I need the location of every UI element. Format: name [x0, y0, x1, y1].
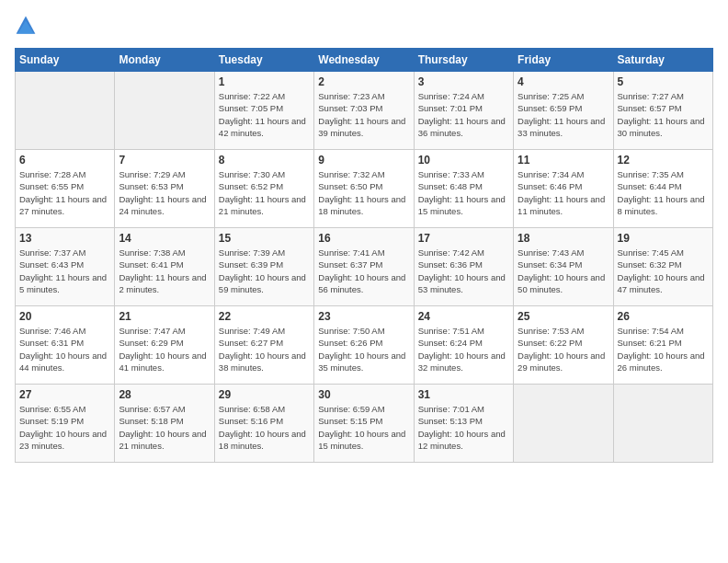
- calendar-cell: 10Sunrise: 7:33 AMSunset: 6:48 PMDayligh…: [414, 150, 513, 228]
- calendar-table: SundayMondayTuesdayWednesdayThursdayFrid…: [15, 48, 713, 463]
- days-header-row: SundayMondayTuesdayWednesdayThursdayFrid…: [16, 49, 713, 72]
- day-header-sunday: Sunday: [16, 49, 115, 72]
- calendar-cell: 4Sunrise: 7:25 AMSunset: 6:59 PMDaylight…: [514, 72, 613, 150]
- calendar-cell: 17Sunrise: 7:42 AMSunset: 6:36 PMDayligh…: [414, 228, 513, 306]
- calendar-cell: 2Sunrise: 7:23 AMSunset: 7:03 PMDaylight…: [314, 72, 414, 150]
- cell-content: Sunrise: 7:39 AMSunset: 6:39 PMDaylight:…: [219, 247, 310, 295]
- cell-content: Sunrise: 7:45 AMSunset: 6:32 PMDaylight:…: [618, 247, 709, 295]
- cell-content: Sunrise: 7:23 AMSunset: 7:03 PMDaylight:…: [318, 90, 409, 139]
- day-number: 16: [318, 232, 409, 245]
- cell-content: Sunrise: 7:49 AMSunset: 6:27 PMDaylight:…: [219, 325, 310, 373]
- cell-content: Sunrise: 7:24 AMSunset: 7:01 PMDaylight:…: [418, 90, 509, 139]
- day-number: 30: [318, 388, 409, 401]
- day-number: 20: [19, 310, 110, 323]
- day-number: 24: [418, 310, 509, 323]
- calendar-cell: 31Sunrise: 7:01 AMSunset: 5:13 PMDayligh…: [414, 385, 513, 463]
- day-header-wednesday: Wednesday: [314, 49, 414, 72]
- day-header-monday: Monday: [115, 49, 214, 72]
- calendar-cell: 18Sunrise: 7:43 AMSunset: 6:34 PMDayligh…: [514, 228, 613, 306]
- day-number: 29: [219, 388, 310, 401]
- cell-content: Sunrise: 7:37 AMSunset: 6:43 PMDaylight:…: [19, 247, 110, 295]
- cell-content: Sunrise: 7:51 AMSunset: 6:24 PMDaylight:…: [418, 325, 509, 373]
- page-header: [15, 15, 713, 37]
- calendar-cell: 29Sunrise: 6:58 AMSunset: 5:16 PMDayligh…: [214, 385, 313, 463]
- cell-content: Sunrise: 7:47 AMSunset: 6:29 PMDaylight:…: [119, 325, 210, 373]
- day-number: 10: [418, 154, 509, 167]
- calendar-cell: 5Sunrise: 7:27 AMSunset: 6:57 PMDaylight…: [613, 72, 712, 150]
- cell-content: Sunrise: 7:25 AMSunset: 6:59 PMDaylight:…: [518, 90, 609, 139]
- day-number: 12: [618, 154, 709, 167]
- week-row-1: 1Sunrise: 7:22 AMSunset: 7:05 PMDaylight…: [16, 72, 713, 150]
- day-number: 14: [119, 232, 210, 245]
- day-number: 3: [418, 75, 509, 88]
- cell-content: Sunrise: 7:53 AMSunset: 6:22 PMDaylight:…: [518, 325, 609, 373]
- cell-content: Sunrise: 7:38 AMSunset: 6:41 PMDaylight:…: [119, 247, 210, 295]
- cell-content: Sunrise: 7:22 AMSunset: 7:05 PMDaylight:…: [219, 90, 310, 139]
- day-number: 31: [418, 388, 509, 401]
- calendar-cell: 21Sunrise: 7:47 AMSunset: 6:29 PMDayligh…: [115, 306, 214, 385]
- cell-content: Sunrise: 7:46 AMSunset: 6:31 PMDaylight:…: [19, 325, 110, 373]
- day-number: 6: [19, 154, 110, 167]
- day-number: 11: [518, 154, 609, 167]
- cell-content: Sunrise: 7:42 AMSunset: 6:36 PMDaylight:…: [418, 247, 509, 295]
- calendar-cell: 20Sunrise: 7:46 AMSunset: 6:31 PMDayligh…: [16, 306, 115, 385]
- calendar-cell: 28Sunrise: 6:57 AMSunset: 5:18 PMDayligh…: [115, 385, 214, 463]
- calendar-cell: [16, 72, 115, 150]
- cell-content: Sunrise: 6:55 AMSunset: 5:19 PMDaylight:…: [19, 403, 110, 452]
- logo: [15, 15, 40, 37]
- cell-content: Sunrise: 7:28 AMSunset: 6:55 PMDaylight:…: [19, 168, 110, 217]
- calendar-cell: 19Sunrise: 7:45 AMSunset: 6:32 PMDayligh…: [613, 228, 712, 306]
- week-row-4: 20Sunrise: 7:46 AMSunset: 6:31 PMDayligh…: [16, 306, 713, 385]
- day-header-thursday: Thursday: [414, 49, 513, 72]
- cell-content: Sunrise: 7:35 AMSunset: 6:44 PMDaylight:…: [618, 168, 709, 217]
- day-header-saturday: Saturday: [613, 49, 712, 72]
- calendar-cell: 25Sunrise: 7:53 AMSunset: 6:22 PMDayligh…: [514, 306, 613, 385]
- calendar-cell: 24Sunrise: 7:51 AMSunset: 6:24 PMDayligh…: [414, 306, 513, 385]
- day-number: 22: [219, 310, 310, 323]
- calendar-cell: 6Sunrise: 7:28 AMSunset: 6:55 PMDaylight…: [16, 150, 115, 228]
- day-number: 19: [618, 232, 709, 245]
- day-number: 5: [618, 75, 709, 88]
- day-number: 2: [318, 75, 409, 88]
- cell-content: Sunrise: 7:32 AMSunset: 6:50 PMDaylight:…: [318, 168, 409, 217]
- day-number: 27: [19, 388, 110, 401]
- calendar-cell: 12Sunrise: 7:35 AMSunset: 6:44 PMDayligh…: [613, 150, 712, 228]
- cell-content: Sunrise: 6:58 AMSunset: 5:16 PMDaylight:…: [219, 403, 310, 452]
- cell-content: Sunrise: 7:50 AMSunset: 6:26 PMDaylight:…: [318, 325, 409, 373]
- calendar-cell: 23Sunrise: 7:50 AMSunset: 6:26 PMDayligh…: [314, 306, 414, 385]
- calendar-cell: 8Sunrise: 7:30 AMSunset: 6:52 PMDaylight…: [214, 150, 313, 228]
- day-number: 25: [518, 310, 609, 323]
- day-header-tuesday: Tuesday: [214, 49, 313, 72]
- calendar-cell: [115, 72, 214, 150]
- day-number: 28: [119, 388, 210, 401]
- calendar-cell: 26Sunrise: 7:54 AMSunset: 6:21 PMDayligh…: [613, 306, 712, 385]
- calendar-cell: 3Sunrise: 7:24 AMSunset: 7:01 PMDaylight…: [414, 72, 513, 150]
- calendar-cell: 1Sunrise: 7:22 AMSunset: 7:05 PMDaylight…: [214, 72, 313, 150]
- calendar-cell: 11Sunrise: 7:34 AMSunset: 6:46 PMDayligh…: [514, 150, 613, 228]
- day-number: 26: [618, 310, 709, 323]
- calendar-cell: 30Sunrise: 6:59 AMSunset: 5:15 PMDayligh…: [314, 385, 414, 463]
- day-number: 18: [518, 232, 609, 245]
- cell-content: Sunrise: 7:01 AMSunset: 5:13 PMDaylight:…: [418, 403, 509, 452]
- calendar-cell: 9Sunrise: 7:32 AMSunset: 6:50 PMDaylight…: [314, 150, 414, 228]
- cell-content: Sunrise: 7:43 AMSunset: 6:34 PMDaylight:…: [518, 247, 609, 295]
- week-row-2: 6Sunrise: 7:28 AMSunset: 6:55 PMDaylight…: [16, 150, 713, 228]
- calendar-cell: 15Sunrise: 7:39 AMSunset: 6:39 PMDayligh…: [214, 228, 313, 306]
- day-number: 17: [418, 232, 509, 245]
- cell-content: Sunrise: 7:27 AMSunset: 6:57 PMDaylight:…: [618, 90, 709, 139]
- day-number: 23: [318, 310, 409, 323]
- week-row-5: 27Sunrise: 6:55 AMSunset: 5:19 PMDayligh…: [16, 385, 713, 463]
- logo-icon: [15, 15, 37, 37]
- cell-content: Sunrise: 7:41 AMSunset: 6:37 PMDaylight:…: [318, 247, 409, 295]
- cell-content: Sunrise: 6:57 AMSunset: 5:18 PMDaylight:…: [119, 403, 210, 452]
- day-header-friday: Friday: [514, 49, 613, 72]
- day-number: 8: [219, 154, 310, 167]
- day-number: 7: [119, 154, 210, 167]
- cell-content: Sunrise: 7:29 AMSunset: 6:53 PMDaylight:…: [119, 168, 210, 217]
- calendar-cell: 7Sunrise: 7:29 AMSunset: 6:53 PMDaylight…: [115, 150, 214, 228]
- calendar-cell: 16Sunrise: 7:41 AMSunset: 6:37 PMDayligh…: [314, 228, 414, 306]
- cell-content: Sunrise: 7:54 AMSunset: 6:21 PMDaylight:…: [618, 325, 709, 373]
- day-number: 9: [318, 154, 409, 167]
- calendar-cell: 13Sunrise: 7:37 AMSunset: 6:43 PMDayligh…: [16, 228, 115, 306]
- calendar-cell: [514, 385, 613, 463]
